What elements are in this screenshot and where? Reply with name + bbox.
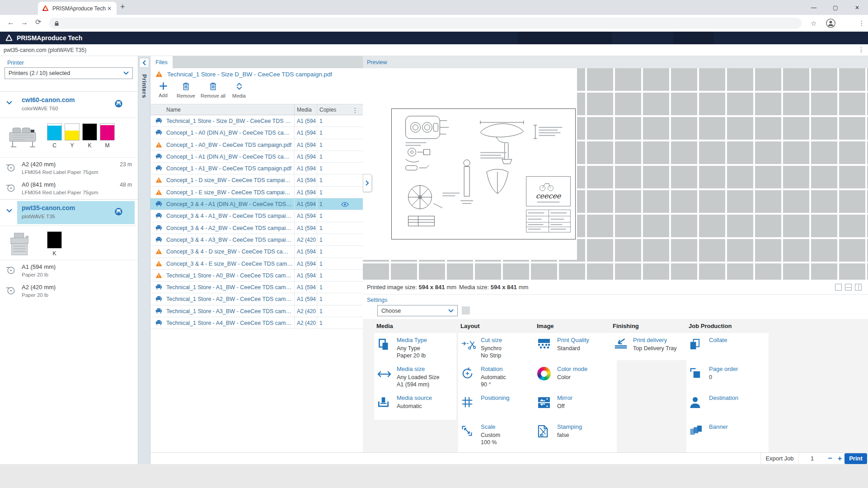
eye-icon[interactable] <box>341 202 349 207</box>
file-row[interactable]: Technical_1 Store - A4_BW - CeeCee TDS c… <box>150 317 363 329</box>
preview-canvas: ceecee <box>363 68 868 280</box>
table-options-icon[interactable]: ⋮ <box>352 107 358 114</box>
profile-avatar[interactable] <box>826 19 835 28</box>
file-row[interactable]: Concept_1 - D size_BW - CeeCee TDS campa… <box>150 174 363 186</box>
file-row[interactable]: Concept_1 - A1_BW - CeeCee TDS campaign.… <box>150 163 363 174</box>
toolbar-remove-button[interactable]: Remove <box>174 80 198 104</box>
setting-text: Media sourceAutomatic <box>397 394 454 422</box>
setting-mirror[interactable]: MirrorOff <box>537 394 614 422</box>
file-row[interactable]: Concept_3 & 4 - A3_BW - CeeCee TDS campa… <box>150 234 363 246</box>
setting-label: Color mode <box>557 366 614 372</box>
file-row[interactable]: Concept_3 & 4 - A1_BW - CeeCee TDS campa… <box>150 210 363 222</box>
view-split-horizontal-icon[interactable] <box>845 284 852 291</box>
setting-media-type[interactable]: Media TypeAny TypePaper 20 lb <box>377 337 454 364</box>
chevron-down-icon[interactable] <box>6 209 12 213</box>
window-maximize-button[interactable]: ▢ <box>825 0 846 15</box>
print-button[interactable]: Print <box>845 453 867 464</box>
file-row[interactable]: Concept_1 - A1 (DIN A)_BW - CeeCee TDS c… <box>150 151 363 163</box>
breadcrumb-row: pwt35-canon.com (plotWAVE T35) ⋮ <box>0 44 868 56</box>
back-icon[interactable]: ← <box>7 19 14 26</box>
increase-copies-button[interactable]: + <box>835 454 845 463</box>
chevron-down-icon[interactable] <box>6 101 12 105</box>
setting-page-order[interactable]: Page order0 <box>689 366 766 393</box>
column-header-copies[interactable]: Copies <box>317 104 337 116</box>
settings-groups: MediaMedia TypeAny TypePaper 20 lbMedia … <box>363 319 868 452</box>
setting-media-size[interactable]: Media sizeAny Loaded SizeA1 (594 mm) <box>377 366 454 393</box>
browser-menu-icon[interactable]: ⋮ <box>859 19 865 27</box>
toolbar-media-button[interactable]: Media <box>228 80 250 104</box>
setting-media-source[interactable]: Media sourceAutomatic <box>377 394 454 422</box>
setting-banner[interactable]: Banner <box>689 423 766 450</box>
setting-stamping[interactable]: Stampingfalse <box>537 423 614 450</box>
file-media: A1 (594 <box>294 222 317 234</box>
file-list: Technical_1 Store - Size D_BW - CeeCee T… <box>150 115 363 329</box>
file-row[interactable]: Technical_1 Store - A0_BW - CeeCee TDS c… <box>150 270 363 282</box>
file-row[interactable]: Technical_1 Store - A3_BW - CeeCee TDS c… <box>150 305 363 317</box>
file-row[interactable]: Concept_3 & 4 - E size_BW - CeeCee TDS c… <box>150 258 363 270</box>
toolbar-add-button[interactable]: Add <box>152 80 174 104</box>
file-row[interactable]: Concept_1 - A0 (DIN A)_BW - CeeCee TDS c… <box>150 127 363 139</box>
printer-card[interactable]: cwt60-canon.comcolorWAVE T60 <box>0 91 138 117</box>
setting-print-delivery[interactable]: Print deliveryTop Delivery Tray <box>613 337 690 364</box>
file-row[interactable]: Technical_1 Store - A2_BW - CeeCee TDS c… <box>150 293 363 305</box>
preset-action-button[interactable] <box>462 306 470 314</box>
tab-close-icon[interactable]: ✕ <box>106 5 113 12</box>
decrease-copies-button[interactable]: − <box>826 454 835 463</box>
export-job-button[interactable]: Export Job <box>760 453 798 465</box>
setting-destination[interactable]: Destination <box>689 394 766 422</box>
toolbar-remove-all-button[interactable]: Remove all <box>198 80 228 104</box>
setting-value: Automatic <box>481 374 538 381</box>
view-single-icon[interactable] <box>835 284 842 291</box>
setting-positioning[interactable]: Positioning <box>461 394 538 422</box>
reload-icon[interactable]: ⟳ <box>35 19 41 26</box>
file-row[interactable]: Technical_1 Store - A1_BW - CeeCee TDS c… <box>150 282 363 293</box>
collapse-panel-button[interactable] <box>139 58 149 68</box>
address-bar[interactable] <box>49 18 802 29</box>
browser-tab[interactable]: PRISMAproduce Tech ✕ <box>38 2 117 15</box>
file-row[interactable]: Technical_1 Store - Size D_BW - CeeCee T… <box>150 115 363 127</box>
bookmark-star-icon[interactable]: ☆ <box>811 19 816 28</box>
roll-icon <box>5 286 15 295</box>
file-row[interactable]: Concept_1 - A0_BW - CeeCee TDS campaign.… <box>150 139 363 151</box>
setting-scale[interactable]: ScaleCustom100 % <box>461 423 538 450</box>
setting-color-mode[interactable]: Color modeColor <box>537 366 614 393</box>
column-header-name[interactable]: Name <box>166 107 181 113</box>
file-name: Concept_1 - A0 (DIN A)_BW - CeeCee TDS c… <box>166 130 293 136</box>
column-header-media[interactable]: Media <box>294 104 317 116</box>
tab-files[interactable]: Files <box>150 56 173 68</box>
setting-value: Standard <box>557 345 614 352</box>
file-row[interactable]: Concept_3 & 4 - D size_BW - CeeCee TDS c… <box>150 246 363 258</box>
setting-rotation[interactable]: RotationAutomatic90 ° <box>461 366 538 393</box>
settings-preset-dropdown[interactable]: Choose <box>377 305 458 316</box>
file-media: A1 (594 <box>294 270 317 282</box>
file-copies: 1 <box>317 174 337 186</box>
setting-print-quality[interactable]: Print QualityStandard <box>537 337 614 364</box>
setting-value: Synchro <box>481 345 538 352</box>
page-order-icon <box>689 366 709 393</box>
ink-swatch: Y <box>65 123 80 149</box>
printer-icon <box>155 165 162 171</box>
window-close-button[interactable]: ✕ <box>846 0 868 15</box>
printers-strip-label[interactable]: Printers <box>141 74 148 98</box>
setting-collate[interactable]: Collate <box>689 337 766 364</box>
file-row[interactable]: Concept_1 - E size_BW - CeeCee TDS campa… <box>150 187 363 198</box>
printer-card[interactable]: pwt35-canon.complotWAVE T35 <box>0 199 138 225</box>
file-media: A1 (594 <box>294 246 317 258</box>
printer-status-icon <box>114 99 123 108</box>
new-tab-button[interactable]: + <box>120 2 125 12</box>
file-row[interactable]: Concept_3 & 4 - A2_BW - CeeCee TDS campa… <box>150 222 363 234</box>
printer-selector-dropdown[interactable]: Printers (2 / 10) selected <box>5 67 133 79</box>
roll-item: A0 (841 mm)LFM054 Red Label Paper 75gsm4… <box>0 179 138 199</box>
settings-card: CollatePage order0DestinationBanner <box>686 333 769 454</box>
file-row[interactable]: Concept_3 & 4 - A1 (DIN A)_BW - CeeCee T… <box>150 198 363 210</box>
printer-selector-value: Printers (2 / 10) selected <box>9 70 123 76</box>
window-minimize-button[interactable]: — <box>803 0 825 15</box>
copies-count-input[interactable]: 1 <box>811 455 826 462</box>
view-split-vertical-icon[interactable] <box>855 284 862 291</box>
expand-panel-button[interactable] <box>363 174 372 192</box>
page-menu-icon[interactable]: ⋮ <box>858 46 864 53</box>
file-name: Technical_1 Store - A3_BW - CeeCee TDS c… <box>166 308 293 314</box>
file-media: A1 (594 <box>294 293 317 305</box>
forward-icon[interactable]: → <box>21 19 28 26</box>
setting-cut-size[interactable]: Cut sizeSynchroNo Strip <box>461 337 538 364</box>
